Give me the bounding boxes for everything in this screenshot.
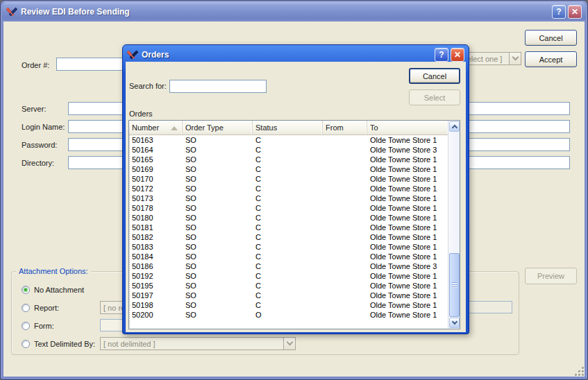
table-row[interactable]: 50165SOCOlde Towne Store 1 — [129, 155, 448, 164]
cell-from — [323, 271, 367, 281]
table-row[interactable]: 50170SOCOlde Towne Store 1 — [129, 174, 448, 184]
radio-text-delimited[interactable] — [22, 340, 30, 348]
table-row[interactable]: 50200SOOOlde Towne Store 1 — [129, 310, 448, 320]
cell-to: Olde Towne Store 1 — [367, 213, 448, 223]
cell-number: 50182 — [129, 232, 183, 242]
table-row[interactable]: 50164SOCOlde Towne Store 3 — [129, 145, 448, 155]
cell-to: Olde Towne Store 1 — [367, 193, 448, 203]
cell-order-type: SO — [183, 232, 253, 242]
radio-no-attachment[interactable] — [22, 286, 30, 294]
column-header-number[interactable]: Number — [129, 121, 183, 135]
close-icon[interactable]: ✕ — [568, 5, 582, 19]
cell-order-type: SO — [183, 252, 253, 261]
report-label: Report: — [34, 304, 59, 312]
cell-status: C — [253, 223, 323, 232]
table-row[interactable]: 50173SOCOlde Towne Store 1 — [129, 193, 448, 203]
dialog-select-button[interactable]: Select — [409, 89, 460, 105]
dialog-cancel-button[interactable]: Cancel — [409, 68, 460, 84]
text-delimited-label: Text Delimited By: — [34, 340, 95, 348]
cell-order-type: SO — [183, 271, 253, 281]
cell-status: C — [253, 135, 323, 145]
app-logo-icon — [127, 50, 138, 60]
radio-form[interactable] — [22, 322, 30, 330]
table-row[interactable]: 50197SOCOlde Towne Store 1 — [129, 291, 448, 300]
cell-to: Olde Towne Store 1 — [367, 164, 448, 174]
cell-order-type: SO — [183, 242, 253, 252]
no-attachment-label: No Attachment — [34, 286, 84, 294]
column-header-to[interactable]: To — [367, 121, 448, 135]
table-row[interactable]: 50186SOCOlde Towne Store 3 — [129, 261, 448, 271]
cell-from — [323, 232, 367, 242]
cell-from — [323, 145, 367, 155]
table-row[interactable]: 50198SOCOlde Towne Store 1 — [129, 300, 448, 310]
table-row[interactable]: 50192SOCOlde Towne Store 1 — [129, 271, 448, 281]
table-row[interactable]: 50180SOCOlde Towne Store 1 — [129, 213, 448, 223]
cell-status: C — [253, 164, 323, 174]
cell-order-type: SO — [183, 193, 253, 203]
main-titlebar[interactable]: Review EDI Before Sending ? ✕ — [2, 2, 586, 21]
cell-number: 50186 — [129, 261, 183, 271]
column-header-from[interactable]: From — [323, 121, 367, 135]
cell-to: Olde Towne Store 1 — [367, 174, 448, 184]
table-row[interactable]: 50183SOCOlde Towne Store 1 — [129, 242, 448, 252]
help-icon[interactable]: ? — [435, 48, 448, 62]
scroll-down-icon[interactable] — [449, 318, 460, 328]
delimiter-combobox[interactable]: [ not delimited ] — [100, 337, 296, 350]
cell-number: 50192 — [129, 271, 183, 281]
cell-to: Olde Towne Store 1 — [367, 135, 448, 145]
table-row[interactable]: 50178SOCOlde Towne Store 1 — [129, 203, 448, 213]
cell-number: 50164 — [129, 145, 183, 155]
app-logo-icon — [6, 7, 17, 17]
close-icon[interactable]: ✕ — [451, 48, 464, 62]
radio-report[interactable] — [22, 304, 30, 312]
scrollbar-thumb[interactable] — [449, 253, 460, 317]
cell-from — [323, 203, 367, 213]
cell-from — [323, 291, 367, 300]
table-row[interactable]: 50172SOCOlde Towne Store 1 — [129, 184, 448, 193]
orders-table-header: Number Order Type Status From To — [129, 121, 448, 135]
cell-from — [323, 300, 367, 310]
orders-table-body: 50163SOCOlde Towne Store 150164SOCOlde T… — [129, 135, 448, 329]
cell-number: 50184 — [129, 252, 183, 261]
vertical-scrollbar[interactable] — [448, 121, 460, 329]
cell-status: C — [253, 232, 323, 242]
cell-from — [323, 184, 367, 193]
table-row[interactable]: 50181SOCOlde Towne Store 1 — [129, 223, 448, 232]
cell-from — [323, 193, 367, 203]
cell-order-type: SO — [183, 310, 253, 320]
cell-status: C — [253, 193, 323, 203]
table-row[interactable]: 50169SOCOlde Towne Store 1 — [129, 164, 448, 174]
cell-status: C — [253, 203, 323, 213]
sort-ascending-icon — [171, 126, 178, 130]
table-row[interactable]: 50184SOCOlde Towne Store 1 — [129, 252, 448, 261]
cell-to: Olde Towne Store 1 — [367, 155, 448, 164]
table-row[interactable]: 50195SOCOlde Towne Store 1 — [129, 281, 448, 291]
order-number-input[interactable] — [56, 58, 129, 71]
scroll-up-icon[interactable] — [449, 121, 460, 132]
cell-status: O — [253, 310, 323, 320]
preview-button[interactable]: Preview — [525, 268, 577, 284]
search-input[interactable] — [169, 80, 267, 93]
cell-order-type: SO — [183, 174, 253, 184]
resize-grip[interactable] — [575, 367, 584, 376]
window-title: Review EDI Before Sending — [21, 7, 550, 17]
cancel-button[interactable]: Cancel — [525, 30, 577, 46]
cell-order-type: SO — [183, 213, 253, 223]
chevron-down-icon — [283, 338, 295, 349]
help-icon[interactable]: ? — [552, 5, 566, 19]
orders-titlebar[interactable]: Orders ? ✕ — [126, 47, 466, 62]
cell-status: C — [253, 281, 323, 291]
cell-number: 50172 — [129, 184, 183, 193]
cell-to: Olde Towne Store 3 — [367, 261, 448, 271]
column-header-status[interactable]: Status — [253, 121, 323, 135]
form-label: Form: — [34, 322, 54, 330]
column-header-order-type[interactable]: Order Type — [183, 121, 253, 135]
cell-from — [323, 252, 367, 261]
cell-number: 50195 — [129, 281, 183, 291]
screen: Review EDI Before Sending ? ✕ Order #: [… — [0, 0, 588, 380]
accept-button[interactable]: Accept — [525, 51, 577, 67]
table-row[interactable]: 50182SOCOlde Towne Store 1 — [129, 232, 448, 242]
cell-order-type: SO — [183, 261, 253, 271]
table-row[interactable]: 50163SOCOlde Towne Store 1 — [129, 135, 448, 145]
orders-table: Number Order Type Status From To 50163SO… — [128, 120, 460, 329]
